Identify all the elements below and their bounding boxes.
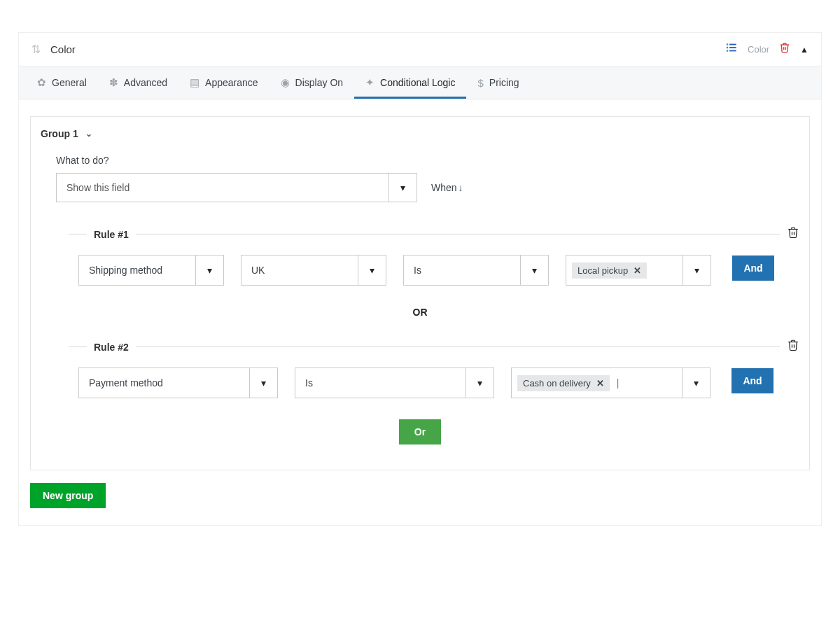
- gears-icon: ✽: [109, 76, 118, 89]
- panel-header-actions: Color ▲: [725, 41, 808, 57]
- rule-1-label: Rule #1: [94, 229, 129, 240]
- rule-1-operator-select[interactable]: Is ▾: [403, 255, 549, 286]
- rule-1-value-tag: Local pickup ✕: [572, 262, 647, 279]
- tab-label: Pricing: [489, 77, 519, 88]
- rule-2-header: Rule #2: [69, 339, 799, 355]
- dropdown-caret-icon: ▾: [520, 255, 548, 285]
- rule-1-field-select[interactable]: Shipping method ▾: [78, 255, 224, 286]
- remove-tag-icon[interactable]: ✕: [634, 265, 641, 276]
- magic-icon: ✦: [365, 76, 374, 89]
- chevron-down-icon: ⌄: [85, 129, 92, 139]
- tab-conditional-logic[interactable]: ✦ Conditional Logic: [354, 66, 466, 99]
- or-separator: OR: [41, 307, 799, 318]
- panel-header: ⇅ Color Color ▲: [19, 33, 821, 66]
- dropdown-caret-icon: ▾: [249, 368, 277, 398]
- delete-rule-1-icon[interactable]: [787, 226, 799, 242]
- tab-general[interactable]: ✿ General: [26, 66, 98, 99]
- panel-type-label: Color: [748, 44, 769, 55]
- dropdown-caret-icon: ▾: [682, 368, 710, 398]
- rule-2-label: Rule #2: [94, 342, 129, 353]
- rule-1-and-button[interactable]: And: [732, 255, 774, 281]
- dollar-icon: $: [477, 77, 483, 89]
- rule-1-header: Rule #1: [69, 226, 799, 242]
- tab-label: Conditional Logic: [380, 77, 455, 88]
- tab-label: Display On: [295, 77, 343, 88]
- drag-handle-icon[interactable]: ⇅: [31, 43, 41, 56]
- rule-2-value-select[interactable]: Cash on delivery ✕ | ▾: [511, 368, 710, 398]
- monitor-icon: ▤: [190, 76, 200, 89]
- collapse-icon[interactable]: ▲: [800, 45, 808, 55]
- rule-1-body: Shipping method ▾ UK ▾ Is ▾ Local pickup: [78, 255, 799, 286]
- tab-display-on[interactable]: ◉ Display On: [270, 66, 354, 99]
- panel-title: Color: [50, 43, 76, 55]
- new-group-button[interactable]: New group: [30, 483, 106, 508]
- dropdown-caret-icon: ▾: [195, 255, 223, 285]
- tab-pricing[interactable]: $ Pricing: [466, 66, 530, 99]
- tab-label: General: [52, 77, 87, 88]
- rule-2-body: Payment method ▾ Is ▾ Cash on delivery ✕…: [78, 368, 799, 398]
- list-icon[interactable]: [725, 41, 738, 57]
- rule-2-operator-select[interactable]: Is ▾: [295, 368, 494, 398]
- field-panel: ⇅ Color Color ▲ ✿ General ✽ Advanced ▤ A…: [18, 32, 822, 526]
- dropdown-caret-icon: ▾: [682, 255, 710, 285]
- group-title: Group 1: [41, 128, 78, 139]
- dropdown-caret-icon: ▾: [465, 368, 493, 398]
- svg-point-3: [727, 44, 728, 45]
- action-select-value: Show this field: [57, 182, 388, 193]
- tab-label: Appearance: [205, 77, 258, 88]
- tab-label: Advanced: [124, 77, 167, 88]
- dropdown-caret-icon: ▾: [358, 255, 386, 285]
- rule-1-param-select[interactable]: UK ▾: [241, 255, 386, 286]
- rule-2-and-button[interactable]: And: [732, 368, 774, 393]
- group-title-row[interactable]: Group 1 ⌄: [41, 128, 799, 139]
- rule-2-field-select[interactable]: Payment method ▾: [78, 368, 278, 398]
- group-box: Group 1 ⌄ What to do? Show this field ▾ …: [30, 116, 810, 470]
- tabs: ✿ General ✽ Advanced ▤ Appearance ◉ Disp…: [19, 66, 821, 99]
- tab-content: Group 1 ⌄ What to do? Show this field ▾ …: [19, 99, 821, 525]
- tab-appearance[interactable]: ▤ Appearance: [178, 66, 270, 99]
- tab-advanced[interactable]: ✽ Advanced: [98, 66, 178, 99]
- delete-field-icon[interactable]: [779, 42, 790, 57]
- eye-icon: ◉: [281, 76, 290, 89]
- gear-icon: ✿: [37, 76, 46, 89]
- svg-point-4: [727, 48, 728, 48]
- remove-tag-icon[interactable]: ✕: [596, 378, 604, 388]
- svg-point-5: [727, 50, 728, 51]
- what-to-do-label: What to do?: [56, 155, 799, 166]
- when-label: When↓: [431, 182, 463, 193]
- action-select[interactable]: Show this field ▾: [56, 173, 417, 202]
- rule-1-value-select[interactable]: Local pickup ✕ ▾: [566, 255, 711, 286]
- delete-rule-2-icon[interactable]: [787, 339, 799, 355]
- action-section: What to do? Show this field ▾ When↓: [56, 155, 799, 202]
- rule-2-value-tag: Cash on delivery ✕: [517, 375, 610, 391]
- dropdown-caret-icon: ▾: [388, 174, 416, 202]
- add-or-rule-button[interactable]: Or: [399, 419, 441, 444]
- arrow-down-icon: ↓: [458, 182, 463, 193]
- text-cursor: |: [617, 377, 620, 388]
